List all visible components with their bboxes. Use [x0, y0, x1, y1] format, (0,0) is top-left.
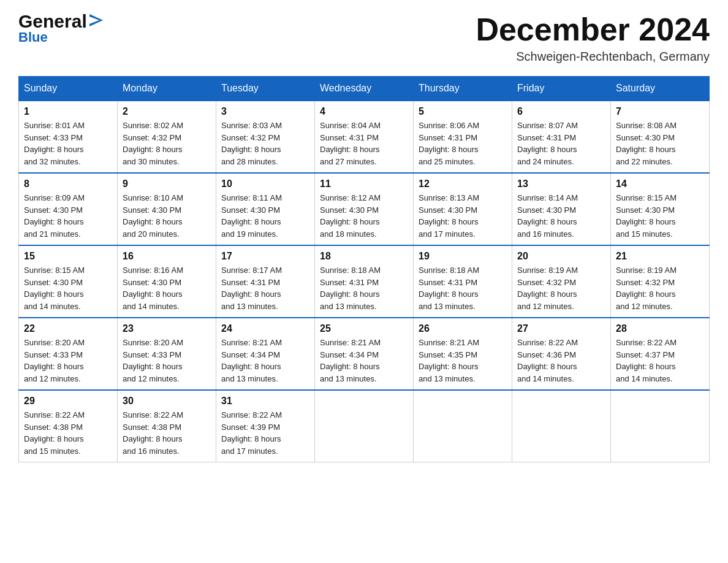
calendar-cell: 18 Sunrise: 8:18 AMSunset: 4:31 PMDaylig…	[315, 245, 414, 318]
day-info: Sunrise: 8:20 AMSunset: 4:33 PMDaylight:…	[24, 337, 112, 385]
day-number: 15	[24, 251, 112, 262]
day-info: Sunrise: 8:07 AMSunset: 4:31 PMDaylight:…	[517, 120, 605, 167]
day-info: Sunrise: 8:21 AMSunset: 4:34 PMDaylight:…	[221, 337, 309, 385]
day-number: 5	[419, 106, 507, 117]
calendar-cell: 8 Sunrise: 8:09 AMSunset: 4:30 PMDayligh…	[19, 173, 118, 245]
day-number: 6	[517, 106, 605, 117]
day-info: Sunrise: 8:22 AMSunset: 4:38 PMDaylight:…	[24, 409, 112, 457]
calendar-cell: 17 Sunrise: 8:17 AMSunset: 4:31 PMDaylig…	[216, 245, 315, 318]
day-number: 17	[221, 251, 309, 262]
day-number: 29	[24, 396, 112, 407]
day-number: 21	[616, 251, 704, 262]
day-number: 3	[221, 106, 309, 117]
day-info: Sunrise: 8:08 AMSunset: 4:30 PMDaylight:…	[616, 120, 704, 167]
calendar-cell	[611, 390, 710, 462]
day-number: 12	[419, 178, 507, 190]
column-header-thursday: Thursday	[414, 77, 512, 101]
day-number: 19	[419, 251, 507, 262]
calendar-cell: 21 Sunrise: 8:19 AMSunset: 4:32 PMDaylig…	[611, 245, 710, 318]
week-row-2: 8 Sunrise: 8:09 AMSunset: 4:30 PMDayligh…	[19, 173, 710, 245]
calendar-cell: 7 Sunrise: 8:08 AMSunset: 4:30 PMDayligh…	[611, 101, 710, 173]
day-number: 7	[616, 106, 704, 117]
day-info: Sunrise: 8:13 AMSunset: 4:30 PMDaylight:…	[419, 192, 507, 240]
column-header-monday: Monday	[118, 77, 216, 101]
day-number: 4	[320, 106, 408, 117]
day-number: 28	[616, 323, 704, 334]
day-info: Sunrise: 8:16 AMSunset: 4:30 PMDaylight:…	[123, 264, 211, 312]
logo-arrow-icon	[89, 11, 103, 29]
day-number: 31	[221, 396, 309, 407]
logo: General Blue	[18, 12, 103, 45]
week-row-1: 1 Sunrise: 8:01 AMSunset: 4:33 PMDayligh…	[19, 101, 710, 173]
calendar-cell	[414, 390, 512, 462]
day-number: 2	[123, 106, 211, 117]
day-info: Sunrise: 8:06 AMSunset: 4:31 PMDaylight:…	[419, 120, 507, 167]
logo-general-text: General	[18, 12, 87, 31]
page-header: General Blue December 2024 Schweigen-Rec…	[18, 12, 710, 64]
calendar-cell: 16 Sunrise: 8:16 AMSunset: 4:30 PMDaylig…	[118, 245, 216, 318]
month-title: December 2024	[476, 12, 710, 47]
day-number: 10	[221, 178, 309, 190]
day-info: Sunrise: 8:22 AMSunset: 4:38 PMDaylight:…	[123, 409, 211, 457]
day-number: 8	[24, 178, 112, 190]
column-header-wednesday: Wednesday	[315, 77, 414, 101]
calendar-cell: 19 Sunrise: 8:18 AMSunset: 4:31 PMDaylig…	[414, 245, 512, 318]
day-info: Sunrise: 8:22 AMSunset: 4:37 PMDaylight:…	[616, 337, 704, 385]
calendar-cell	[315, 390, 414, 462]
calendar-cell: 10 Sunrise: 8:11 AMSunset: 4:30 PMDaylig…	[216, 173, 315, 245]
column-header-saturday: Saturday	[611, 77, 710, 101]
calendar-cell: 25 Sunrise: 8:21 AMSunset: 4:34 PMDaylig…	[315, 318, 414, 390]
day-number: 24	[221, 323, 309, 334]
title-area: December 2024 Schweigen-Rechtenbach, Ger…	[476, 12, 710, 64]
calendar-cell	[512, 390, 611, 462]
calendar-cell: 12 Sunrise: 8:13 AMSunset: 4:30 PMDaylig…	[414, 173, 512, 245]
calendar-cell: 6 Sunrise: 8:07 AMSunset: 4:31 PMDayligh…	[512, 101, 611, 173]
calendar-cell: 27 Sunrise: 8:22 AMSunset: 4:36 PMDaylig…	[512, 318, 611, 390]
day-info: Sunrise: 8:19 AMSunset: 4:32 PMDaylight:…	[517, 264, 605, 312]
calendar-cell: 3 Sunrise: 8:03 AMSunset: 4:32 PMDayligh…	[216, 101, 315, 173]
calendar-cell: 22 Sunrise: 8:20 AMSunset: 4:33 PMDaylig…	[19, 318, 118, 390]
day-number: 13	[517, 178, 605, 190]
day-info: Sunrise: 8:09 AMSunset: 4:30 PMDaylight:…	[24, 192, 112, 240]
day-info: Sunrise: 8:12 AMSunset: 4:30 PMDaylight:…	[320, 192, 408, 240]
day-info: Sunrise: 8:11 AMSunset: 4:30 PMDaylight:…	[221, 192, 309, 240]
day-info: Sunrise: 8:02 AMSunset: 4:32 PMDaylight:…	[123, 120, 211, 167]
day-info: Sunrise: 8:21 AMSunset: 4:35 PMDaylight:…	[419, 337, 507, 385]
calendar-cell: 26 Sunrise: 8:21 AMSunset: 4:35 PMDaylig…	[414, 318, 512, 390]
day-info: Sunrise: 8:15 AMSunset: 4:30 PMDaylight:…	[24, 264, 112, 312]
week-row-5: 29 Sunrise: 8:22 AMSunset: 4:38 PMDaylig…	[19, 390, 710, 462]
calendar-cell: 20 Sunrise: 8:19 AMSunset: 4:32 PMDaylig…	[512, 245, 611, 318]
calendar-cell: 2 Sunrise: 8:02 AMSunset: 4:32 PMDayligh…	[118, 101, 216, 173]
column-header-sunday: Sunday	[19, 77, 118, 101]
day-number: 26	[419, 323, 507, 334]
day-number: 18	[320, 251, 408, 262]
calendar-cell: 15 Sunrise: 8:15 AMSunset: 4:30 PMDaylig…	[19, 245, 118, 318]
day-info: Sunrise: 8:17 AMSunset: 4:31 PMDaylight:…	[221, 264, 309, 312]
day-number: 30	[123, 396, 211, 407]
day-number: 1	[24, 106, 112, 117]
day-info: Sunrise: 8:18 AMSunset: 4:31 PMDaylight:…	[419, 264, 507, 312]
calendar-cell: 13 Sunrise: 8:14 AMSunset: 4:30 PMDaylig…	[512, 173, 611, 245]
day-info: Sunrise: 8:04 AMSunset: 4:31 PMDaylight:…	[320, 120, 408, 167]
day-number: 14	[616, 178, 704, 190]
calendar-cell: 28 Sunrise: 8:22 AMSunset: 4:37 PMDaylig…	[611, 318, 710, 390]
header-row: SundayMondayTuesdayWednesdayThursdayFrid…	[19, 77, 710, 101]
calendar-cell: 11 Sunrise: 8:12 AMSunset: 4:30 PMDaylig…	[315, 173, 414, 245]
day-info: Sunrise: 8:18 AMSunset: 4:31 PMDaylight:…	[320, 264, 408, 312]
day-number: 25	[320, 323, 408, 334]
calendar-cell: 24 Sunrise: 8:21 AMSunset: 4:34 PMDaylig…	[216, 318, 315, 390]
calendar-cell: 9 Sunrise: 8:10 AMSunset: 4:30 PMDayligh…	[118, 173, 216, 245]
day-number: 23	[123, 323, 211, 334]
day-number: 9	[123, 178, 211, 190]
day-info: Sunrise: 8:10 AMSunset: 4:30 PMDaylight:…	[123, 192, 211, 240]
day-number: 22	[24, 323, 112, 334]
location-text: Schweigen-Rechtenbach, Germany	[476, 50, 710, 64]
calendar-cell: 29 Sunrise: 8:22 AMSunset: 4:38 PMDaylig…	[19, 390, 118, 462]
day-number: 27	[517, 323, 605, 334]
column-header-friday: Friday	[512, 77, 611, 101]
day-number: 20	[517, 251, 605, 262]
calendar-cell: 1 Sunrise: 8:01 AMSunset: 4:33 PMDayligh…	[19, 101, 118, 173]
day-info: Sunrise: 8:22 AMSunset: 4:36 PMDaylight:…	[517, 337, 605, 385]
calendar-cell: 30 Sunrise: 8:22 AMSunset: 4:38 PMDaylig…	[118, 390, 216, 462]
week-row-3: 15 Sunrise: 8:15 AMSunset: 4:30 PMDaylig…	[19, 245, 710, 318]
